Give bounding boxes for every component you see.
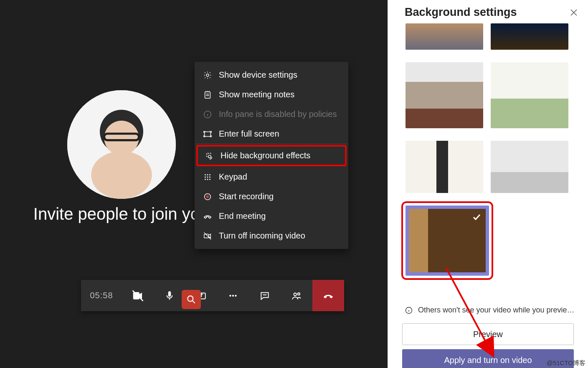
close-icon[interactable] — [569, 8, 579, 18]
background-effects-icon — [205, 151, 214, 160]
panel-title: Background settings — [405, 6, 517, 19]
call-timer: 05:58 — [81, 280, 122, 311]
svg-point-26 — [235, 294, 236, 296]
svg-point-24 — [229, 294, 231, 296]
preview-info-text: Others won't see your video while you pr… — [418, 306, 575, 315]
menu-end-meeting[interactable]: End meeting — [195, 206, 348, 226]
background-option[interactable] — [406, 141, 483, 193]
svg-point-25 — [232, 294, 234, 296]
background-option[interactable] — [491, 23, 568, 50]
menu-keypad[interactable]: Keypad — [195, 167, 348, 187]
svg-point-13 — [205, 176, 206, 178]
svg-point-18 — [209, 179, 210, 180]
svg-point-12 — [209, 174, 210, 175]
menu-label: Show device settings — [219, 70, 297, 80]
menu-label: Show meeting notes — [219, 90, 294, 99]
svg-rect-8 — [205, 132, 211, 136]
svg-point-16 — [205, 179, 206, 180]
svg-point-2 — [91, 151, 152, 199]
chat-icon — [259, 290, 270, 301]
svg-point-11 — [207, 174, 208, 175]
mic-toggle-button[interactable] — [154, 280, 185, 311]
svg-point-5 — [206, 74, 209, 76]
participants-button[interactable] — [281, 280, 312, 311]
fullscreen-icon — [203, 129, 212, 139]
menu-label: Enter full screen — [219, 129, 279, 139]
menu-info-pane-disabled: Info pane is disabled by policies — [195, 104, 348, 124]
chat-button[interactable] — [249, 280, 281, 311]
video-off-icon — [203, 231, 212, 241]
svg-point-9 — [208, 155, 211, 157]
camera-toggle-button[interactable] — [122, 280, 154, 311]
menu-label: Keypad — [219, 172, 247, 182]
hangup-phone-icon — [322, 289, 335, 302]
menu-label: Start recording — [219, 192, 274, 201]
background-option[interactable] — [406, 23, 483, 50]
info-icon — [405, 306, 413, 315]
svg-point-10 — [205, 174, 206, 175]
svg-point-27 — [294, 293, 297, 296]
record-icon — [203, 192, 212, 201]
hangup-icon — [203, 212, 212, 221]
background-option[interactable] — [406, 62, 483, 128]
background-option-selected[interactable] — [406, 206, 489, 276]
more-actions-button[interactable] — [217, 280, 249, 311]
menu-show-device-settings[interactable]: Show device settings — [195, 65, 348, 85]
meeting-stage: Invite people to join you Show device se… — [0, 0, 388, 368]
svg-point-20 — [206, 195, 209, 198]
hangup-button[interactable] — [312, 280, 344, 311]
background-settings-panel: Background settings Others won't see you… — [388, 0, 588, 368]
panel-header: Background settings — [388, 0, 588, 23]
gear-icon — [203, 71, 212, 80]
watermark: @51CTO博客 — [547, 359, 585, 367]
background-grid — [406, 23, 575, 276]
ellipsis-icon — [228, 290, 238, 301]
menu-hide-background-effects[interactable]: Hide background effects — [196, 145, 347, 166]
menu-label: Info pane is disabled by policies — [219, 109, 337, 119]
keypad-icon — [203, 173, 212, 182]
svg-point-29 — [188, 296, 193, 301]
svg-point-28 — [298, 293, 300, 295]
menu-label: Turn off incoming video — [219, 231, 305, 241]
menu-show-meeting-notes[interactable]: Show meeting notes — [195, 85, 348, 104]
search-overlay-button[interactable] — [182, 290, 201, 309]
menu-enter-fullscreen[interactable]: Enter full screen — [195, 124, 348, 144]
call-toolbar: 05:58 — [81, 280, 344, 311]
svg-point-3 — [104, 121, 139, 155]
search-icon — [186, 294, 197, 305]
background-option[interactable] — [491, 62, 568, 128]
menu-label: End meeting — [219, 211, 266, 221]
preview-button[interactable]: Preview — [402, 323, 574, 345]
svg-rect-6 — [205, 91, 210, 98]
mic-icon — [164, 290, 175, 301]
more-actions-menu: Show device settings Show meeting notes … — [195, 62, 348, 249]
svg-point-15 — [209, 176, 210, 178]
notes-icon — [203, 90, 212, 99]
menu-separator — [195, 144, 348, 144]
avatar-placeholder-icon — [67, 90, 176, 199]
camera-off-icon — [132, 289, 144, 302]
info-icon — [203, 110, 212, 119]
background-option[interactable] — [491, 141, 568, 193]
menu-label: Hide background effects — [220, 151, 310, 160]
preview-info: Others won't see your video while you pr… — [405, 306, 575, 315]
check-icon — [471, 212, 482, 222]
avatar — [67, 90, 176, 199]
svg-point-14 — [207, 176, 208, 178]
svg-point-17 — [207, 179, 208, 180]
people-icon — [291, 290, 302, 301]
menu-turn-off-incoming-video[interactable]: Turn off incoming video — [195, 226, 348, 246]
menu-start-recording[interactable]: Start recording — [195, 187, 348, 206]
svg-rect-22 — [168, 291, 171, 297]
